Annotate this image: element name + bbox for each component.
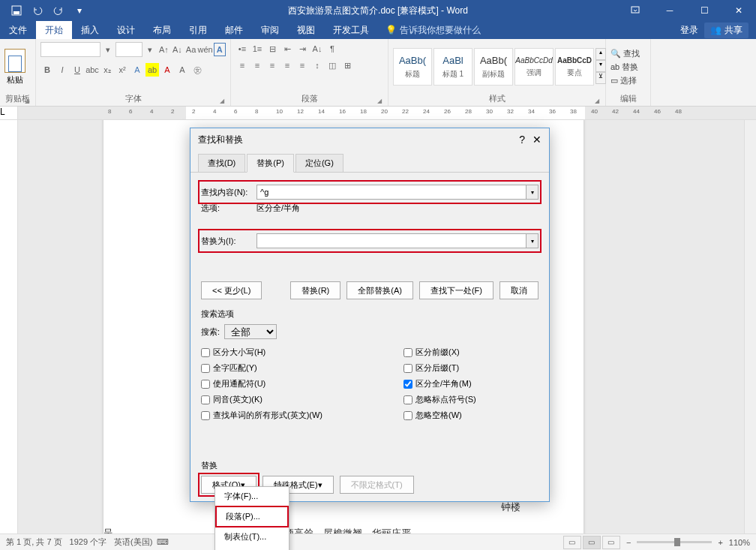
tab-references[interactable]: 引用 [180, 21, 216, 39]
language-indicator[interactable]: 英语(美国) [114, 536, 152, 548]
save-icon[interactable] [6, 0, 27, 21]
styles-launcher-icon[interactable]: ◢ [595, 98, 599, 104]
style-scroll[interactable]: ▴▾⊻ [596, 48, 606, 86]
line-spacing-icon[interactable]: ↕ [310, 59, 324, 72]
increase-font-icon[interactable]: A↑ [158, 43, 170, 56]
char-shading-icon[interactable]: A [176, 63, 189, 77]
text-effects-icon[interactable]: A [130, 63, 144, 77]
style-item-heading1[interactable]: AaBl标题 1 [434, 48, 472, 86]
enclose-char-icon[interactable]: ㊛ [190, 63, 204, 77]
dtab-goto[interactable]: 定位(G) [296, 154, 344, 172]
phonetic-icon[interactable]: wén [199, 43, 212, 56]
superscript-icon[interactable]: x² [116, 63, 129, 77]
tab-devtools[interactable]: 开发工具 [324, 21, 378, 39]
undo-icon[interactable] [27, 0, 48, 21]
distribute-icon[interactable]: ≡ [296, 59, 309, 72]
chk-ignore-space[interactable]: 忽略空格(W) [404, 410, 538, 421]
menu-language[interactable]: 语言(L)... [215, 546, 289, 550]
style-item-emphasis[interactable]: AaBbCcDd强调 [514, 48, 554, 86]
chk-whole-word[interactable]: 全字匹配(Y) [201, 362, 404, 374]
replace-one-button[interactable]: 替换(R) [290, 281, 340, 299]
minimize-icon[interactable]: ─ [652, 0, 687, 21]
numbering-icon[interactable]: 1≡ [250, 42, 264, 56]
style-gallery[interactable]: AaBb(标题 AaBl标题 1 AaBb(副标题 AaBbCcDd强调 AaB… [393, 48, 606, 86]
paragraph-launcher-icon[interactable]: ◢ [377, 98, 382, 104]
shading-icon[interactable]: ◫ [326, 59, 339, 72]
sort-icon[interactable]: A↓ [310, 42, 324, 56]
view-print-icon[interactable]: ▭ [583, 536, 601, 549]
bold-icon[interactable]: B [40, 63, 54, 77]
bullets-icon[interactable]: •≡ [236, 42, 249, 56]
font-launcher-icon[interactable]: ◢ [220, 98, 224, 104]
increase-indent-icon[interactable]: ⇥ [296, 42, 309, 56]
chk-ignore-punct[interactable]: 忽略标点符号(S) [404, 394, 538, 405]
login-link[interactable]: 登录 [680, 24, 698, 37]
vertical-scrollbar[interactable] [744, 120, 756, 548]
word-count[interactable]: 1929 个字 [70, 536, 107, 548]
insert-mode-icon[interactable]: ⌨ [157, 537, 169, 547]
borders-icon[interactable]: ⊞ [340, 59, 354, 72]
tab-home[interactable]: 开始 [36, 21, 72, 39]
italic-icon[interactable]: I [56, 63, 69, 77]
tab-design[interactable]: 设计 [108, 21, 144, 39]
qat-more-icon[interactable]: ▾ [69, 0, 90, 21]
tab-mailings[interactable]: 邮件 [216, 21, 252, 39]
fontname-drop-icon[interactable]: ▾ [102, 43, 114, 56]
align-center-icon[interactable]: ≡ [250, 59, 264, 72]
tab-review[interactable]: 审阅 [252, 21, 288, 39]
noformat-button[interactable]: 不限定格式(T) [340, 476, 414, 494]
dialog-close-icon[interactable]: ✕ [532, 134, 542, 146]
vertical-ruler[interactable] [0, 120, 18, 548]
maximize-icon[interactable]: ☐ [687, 0, 722, 21]
replace-drop-icon[interactable]: ▾ [526, 233, 538, 248]
tab-file[interactable]: 文件 [0, 21, 36, 39]
zoom-out-icon[interactable]: − [626, 538, 631, 547]
zoom-slider[interactable] [637, 541, 712, 543]
menu-font[interactable]: 字体(F)... [215, 487, 289, 506]
chk-match-case[interactable]: 区分大小写(H) [201, 347, 404, 358]
menu-tabs[interactable]: 制表位(T)... [215, 527, 289, 546]
style-item-title[interactable]: AaBb(标题 [393, 48, 432, 86]
dtab-replace[interactable]: 替换(P) [247, 154, 294, 173]
subscript-icon[interactable]: x₂ [100, 63, 114, 77]
replace-input[interactable] [256, 233, 526, 248]
tab-view[interactable]: 视图 [288, 21, 324, 39]
tab-layout[interactable]: 布局 [144, 21, 180, 39]
decrease-indent-icon[interactable]: ⇤ [280, 42, 294, 56]
close-icon[interactable]: ✕ [722, 0, 756, 21]
fontsize-drop-icon[interactable]: ▾ [144, 43, 156, 56]
style-item-subtitle[interactable]: AaBb(副标题 [474, 48, 513, 86]
dtab-find[interactable]: 查找(D) [198, 154, 245, 172]
chk-word-forms[interactable]: 查找单词的所有形式(英文)(W) [201, 410, 404, 421]
dialog-help-icon[interactable]: ? [519, 134, 525, 146]
find-button[interactable]: 🔍 查找 [610, 48, 640, 59]
align-right-icon[interactable]: ≡ [266, 59, 279, 72]
zoom-in-icon[interactable]: + [718, 538, 722, 547]
multilevel-icon[interactable]: ⊟ [266, 42, 279, 56]
style-item-strong[interactable]: AaBbCcD要点 [555, 48, 594, 86]
zoom-level[interactable]: 110% [729, 538, 750, 547]
char-border-icon[interactable]: A [214, 43, 226, 56]
fontsize-input[interactable] [116, 42, 142, 57]
clipboard-launcher-icon[interactable]: ◢ [25, 98, 29, 104]
underline-icon[interactable]: U [70, 63, 84, 77]
justify-icon[interactable]: ≡ [280, 59, 294, 72]
decrease-font-icon[interactable]: A↓ [171, 43, 183, 56]
strike-icon[interactable]: abc [86, 63, 99, 77]
ruler-corner[interactable]: L [0, 107, 18, 119]
fontname-input[interactable] [40, 42, 100, 57]
chk-full-half-width[interactable]: 区分全/半角(M) [404, 378, 538, 389]
find-next-button[interactable]: 查找下一处(F) [419, 281, 494, 299]
chk-sounds-like[interactable]: 同音(英文)(K) [201, 394, 404, 405]
chk-match-prefix[interactable]: 区分前缀(X) [404, 347, 538, 358]
menu-paragraph[interactable]: 段落(P)... [215, 506, 289, 527]
change-case-icon[interactable]: Aa [185, 43, 197, 56]
show-marks-icon[interactable]: ¶ [326, 42, 339, 56]
share-button[interactable]: 👥共享 [704, 23, 748, 38]
less-button[interactable]: << 更少(L) [201, 281, 262, 299]
redo-icon[interactable] [48, 0, 69, 21]
search-direction-select[interactable]: 全部 [224, 324, 277, 339]
ribbon-options-icon[interactable] [618, 0, 652, 21]
dialog-titlebar[interactable]: 查找和替换 ? ✕ [190, 128, 549, 151]
page-count[interactable]: 第 1 页, 共 7 页 [6, 536, 62, 548]
